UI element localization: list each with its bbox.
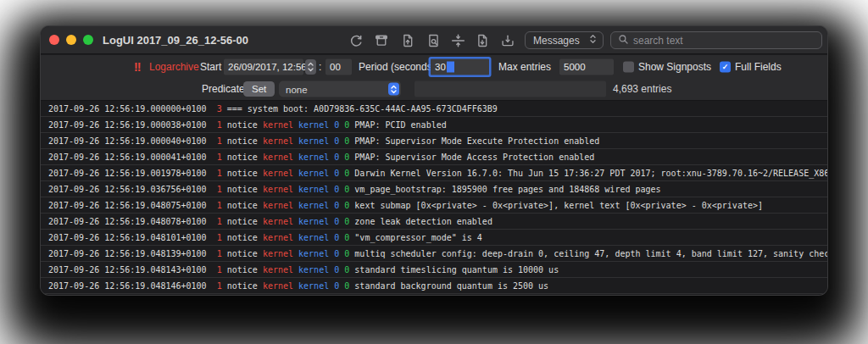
- predicate-dropdown-value: none: [286, 84, 388, 94]
- log-token: PMAP: PCID enabled: [354, 120, 446, 130]
- log-token: notice: [227, 265, 258, 275]
- log-level: 1: [217, 249, 222, 258]
- log-token: vm_page_bootstrap: 1895900 free pages an…: [354, 185, 660, 194]
- log-row[interactable]: 2017-09-26 12:56:19.048078+0100 1 notice…: [41, 214, 827, 230]
- log-token: 0: [344, 185, 349, 194]
- log-row[interactable]: 2017-09-26 12:56:19.048101+0100 1 notice…: [41, 230, 827, 246]
- log-row[interactable]: 2017-09-26 12:56:19.000040+0100 1 notice…: [41, 133, 827, 149]
- predicate-dropdown[interactable]: none: [279, 81, 401, 97]
- log-token: PMAP: Supervisor Mode Access Protection …: [354, 153, 594, 162]
- log-token: 0: [334, 233, 339, 242]
- log-token: kernel: [298, 201, 329, 210]
- time-colon-label: :: [319, 61, 321, 73]
- log-row[interactable]: 2017-09-26 12:56:19.000000+0100 3 === sy…: [41, 101, 827, 117]
- close-window-button[interactable]: [49, 35, 59, 45]
- log-level: 1: [217, 169, 222, 178]
- log-timestamp: 2017-09-26 12:56:19.000040+0100: [48, 136, 207, 146]
- period-value: 30: [435, 62, 446, 72]
- search-input[interactable]: search text: [610, 31, 822, 49]
- log-timestamp: 2017-09-26 12:56:19.048078+0100: [48, 217, 207, 226]
- log-token: kernel: [298, 169, 329, 178]
- log-token: zone leak detection enabled: [354, 217, 492, 226]
- log-token: kernel: [298, 217, 329, 226]
- log-token: kext submap [0x<private> - 0x<private>],…: [354, 201, 763, 210]
- log-level: 1: [217, 185, 222, 194]
- log-token: kernel: [263, 265, 293, 275]
- log-row[interactable]: 2017-09-26 12:56:19.036756+0100 1 notice…: [41, 181, 827, 197]
- import-document-button[interactable]: [475, 33, 490, 48]
- log-level: 1: [217, 281, 222, 291]
- predicate-label: Predicate: [202, 83, 245, 95]
- save-tray-button[interactable]: [500, 33, 515, 48]
- log-timestamp: 2017-09-26 12:56:19.048146+0100: [48, 281, 207, 291]
- desktop-background: LogUI 2017_09_26_12-56-00: [0, 0, 868, 344]
- log-level: 1: [217, 233, 222, 242]
- start-seconds-input[interactable]: 00: [326, 58, 352, 75]
- log-row[interactable]: 2017-09-26 12:56:19.048075+0100 1 notice…: [41, 197, 827, 214]
- title-bar: LogUI 2017_09_26_12-56-00: [41, 26, 827, 54]
- log-row[interactable]: 2017-09-26 12:56:19.000038+0100 1 notice…: [41, 117, 827, 133]
- log-token: kernel: [298, 265, 329, 275]
- log-token: notice: [227, 169, 258, 178]
- log-token: notice: [227, 281, 258, 291]
- start-date-input[interactable]: 26/09/2017, 12:56: [224, 58, 303, 75]
- max-entries-input[interactable]: 5000: [559, 58, 614, 75]
- log-token: notice: [227, 249, 258, 258]
- log-token: 0: [334, 136, 339, 146]
- set-predicate-button[interactable]: Set: [243, 81, 275, 97]
- text-caret: [447, 61, 454, 72]
- log-timestamp: 2017-09-26 12:56:19.000041+0100: [48, 153, 207, 162]
- log-token: kernel: [263, 169, 293, 178]
- window-title: LogUI 2017_09_26_12-56-00: [103, 26, 248, 54]
- log-level: 1: [217, 265, 222, 275]
- start-label: Start: [200, 61, 221, 73]
- period-label: Period (seconds): [359, 61, 436, 73]
- refresh-button[interactable]: [348, 33, 364, 48]
- log-token: 0: [344, 120, 349, 130]
- log-token: standard background quantum is 2500 us: [354, 281, 548, 291]
- log-token: kernel: [298, 249, 329, 258]
- messages-dropdown[interactable]: Messages: [525, 31, 604, 49]
- log-token: 0: [334, 120, 339, 130]
- archive-box-icon: [374, 33, 389, 48]
- export-document-button[interactable]: [400, 33, 415, 48]
- archive-button[interactable]: [374, 33, 389, 48]
- log-row[interactable]: 2017-09-26 12:56:19.000041+0100 1 notice…: [41, 149, 827, 165]
- full-fields-checkbox[interactable]: ✓: [720, 61, 731, 72]
- minimize-window-button[interactable]: [66, 35, 76, 45]
- log-level: 1: [217, 217, 222, 226]
- log-row[interactable]: 2017-09-26 12:56:19.048146+0100 1 notice…: [41, 278, 827, 294]
- max-entries-value: 5000: [564, 62, 586, 72]
- date-stepper[interactable]: [305, 59, 316, 75]
- predicate-filter-input[interactable]: [415, 81, 606, 97]
- log-row[interactable]: 2017-09-26 12:56:19.001978+0100 1 notice…: [41, 165, 827, 181]
- log-timestamp: 2017-09-26 12:56:19.048139+0100: [48, 249, 207, 258]
- log-level: 1: [217, 120, 222, 130]
- zoom-window-button[interactable]: [83, 35, 93, 45]
- period-input[interactable]: 30: [431, 58, 489, 75]
- log-timestamp: 2017-09-26 12:56:19.036756+0100: [48, 185, 207, 194]
- log-token: 0: [344, 201, 349, 210]
- chevron-up-down-icon: [388, 83, 399, 96]
- log-token: 0: [344, 169, 349, 178]
- collapse-rows-button[interactable]: [449, 33, 467, 48]
- log-row[interactable]: 2017-09-26 12:56:19.048143+0100 1 notice…: [41, 262, 827, 278]
- log-row[interactable]: 2017-09-26 12:56:19.048139+0100 1 notice…: [41, 246, 827, 262]
- log-level: 1: [217, 153, 222, 162]
- log-token: multiq scheduler config: deep-drain 0, c…: [354, 249, 827, 258]
- search-document-button[interactable]: [426, 33, 441, 48]
- log-token: === system boot: A0D79836-635C-44AC-AA95…: [227, 104, 498, 114]
- log-token: kernel: [298, 153, 329, 162]
- show-signposts-checkbox[interactable]: [623, 61, 634, 72]
- refresh-icon: [348, 33, 364, 48]
- search-placeholder: search text: [633, 35, 683, 47]
- log-token: notice: [227, 201, 258, 210]
- log-token: 0: [334, 265, 339, 275]
- log-token: 0: [344, 153, 349, 162]
- log-token: kernel: [263, 136, 293, 146]
- logarchive-label: Logarchive: [149, 61, 199, 73]
- logui-window: LogUI 2017_09_26_12-56-00: [41, 26, 827, 295]
- predicate-bar: Predicate Set none 4,693 entries: [41, 78, 827, 100]
- log-token: 0: [334, 217, 339, 226]
- max-entries-label: Max entries: [498, 61, 551, 73]
